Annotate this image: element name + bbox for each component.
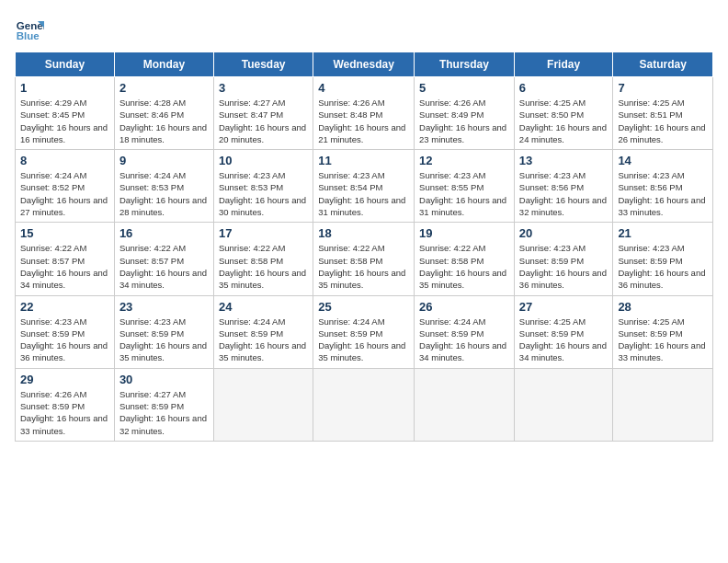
- day-header-thursday: Thursday: [415, 52, 515, 77]
- day-info: Sunrise: 4:23 AM Sunset: 8:59 PM Dayligh…: [119, 316, 209, 364]
- day-cell-15: 15Sunrise: 4:22 AM Sunset: 8:57 PM Dayli…: [16, 223, 115, 295]
- day-header-sunday: Sunday: [16, 52, 115, 77]
- day-info: Sunrise: 4:27 AM Sunset: 8:59 PM Dayligh…: [119, 388, 209, 437]
- day-info: Sunrise: 4:26 AM Sunset: 8:59 PM Dayligh…: [20, 388, 109, 437]
- day-header-friday: Friday: [514, 52, 613, 77]
- day-header-saturday: Saturday: [613, 52, 713, 77]
- day-cell-4: 4Sunrise: 4:26 AM Sunset: 8:48 PM Daylig…: [313, 77, 415, 150]
- day-cell-10: 10Sunrise: 4:23 AM Sunset: 8:53 PM Dayli…: [213, 150, 313, 223]
- day-cell-29: 29Sunrise: 4:26 AM Sunset: 8:59 PM Dayli…: [16, 368, 115, 441]
- day-number: 23: [119, 300, 209, 314]
- day-cell-26: 26Sunrise: 4:24 AM Sunset: 8:59 PM Dayli…: [415, 295, 515, 368]
- day-number: 18: [318, 226, 409, 240]
- day-cell-8: 8Sunrise: 4:24 AM Sunset: 8:52 PM Daylig…: [16, 150, 115, 223]
- day-number: 12: [419, 154, 509, 167]
- day-info: Sunrise: 4:24 AM Sunset: 8:59 PM Dayligh…: [219, 316, 308, 364]
- day-number: 11: [318, 154, 409, 167]
- day-number: 22: [20, 300, 109, 314]
- day-number: 10: [219, 154, 308, 167]
- day-number: 5: [419, 81, 509, 95]
- calendar-week-2: 8Sunrise: 4:24 AM Sunset: 8:52 PM Daylig…: [16, 150, 713, 223]
- day-cell-7: 7Sunrise: 4:25 AM Sunset: 8:51 PM Daylig…: [613, 77, 713, 150]
- day-info: Sunrise: 4:23 AM Sunset: 8:56 PM Dayligh…: [519, 169, 609, 218]
- day-cell-3: 3Sunrise: 4:27 AM Sunset: 8:47 PM Daylig…: [213, 77, 313, 150]
- day-info: Sunrise: 4:27 AM Sunset: 8:47 PM Dayligh…: [219, 97, 308, 145]
- header: General Blue: [15, 15, 713, 44]
- day-info: Sunrise: 4:22 AM Sunset: 8:57 PM Dayligh…: [119, 242, 209, 291]
- day-info: Sunrise: 4:22 AM Sunset: 8:58 PM Dayligh…: [318, 242, 409, 291]
- day-cell-11: 11Sunrise: 4:23 AM Sunset: 8:54 PM Dayli…: [313, 150, 415, 223]
- empty-cell: [313, 368, 415, 441]
- day-cell-5: 5Sunrise: 4:26 AM Sunset: 8:49 PM Daylig…: [415, 77, 515, 150]
- day-number: 8: [20, 154, 109, 167]
- day-info: Sunrise: 4:26 AM Sunset: 8:49 PM Dayligh…: [419, 97, 509, 145]
- day-number: 27: [519, 300, 609, 314]
- day-info: Sunrise: 4:25 AM Sunset: 8:50 PM Dayligh…: [519, 97, 609, 145]
- day-cell-16: 16Sunrise: 4:22 AM Sunset: 8:57 PM Dayli…: [114, 223, 213, 295]
- day-number: 6: [519, 81, 609, 95]
- day-header-wednesday: Wednesday: [313, 52, 415, 77]
- day-info: Sunrise: 4:25 AM Sunset: 8:59 PM Dayligh…: [618, 316, 708, 364]
- svg-text:Blue: Blue: [17, 30, 40, 41]
- day-cell-18: 18Sunrise: 4:22 AM Sunset: 8:58 PM Dayli…: [313, 223, 415, 295]
- day-info: Sunrise: 4:23 AM Sunset: 8:59 PM Dayligh…: [519, 242, 609, 291]
- day-info: Sunrise: 4:26 AM Sunset: 8:48 PM Dayligh…: [318, 97, 409, 145]
- empty-cell: [415, 368, 515, 441]
- day-number: 30: [119, 373, 209, 386]
- day-cell-25: 25Sunrise: 4:24 AM Sunset: 8:59 PM Dayli…: [313, 295, 415, 368]
- calendar-week-1: 1Sunrise: 4:29 AM Sunset: 8:45 PM Daylig…: [16, 77, 713, 150]
- day-cell-9: 9Sunrise: 4:24 AM Sunset: 8:53 PM Daylig…: [114, 150, 213, 223]
- day-info: Sunrise: 4:23 AM Sunset: 8:59 PM Dayligh…: [618, 242, 708, 291]
- empty-cell: [514, 368, 613, 441]
- day-info: Sunrise: 4:23 AM Sunset: 8:56 PM Dayligh…: [618, 169, 708, 218]
- logo: General Blue: [15, 15, 44, 44]
- day-header-monday: Monday: [114, 52, 213, 77]
- day-cell-17: 17Sunrise: 4:22 AM Sunset: 8:58 PM Dayli…: [213, 223, 313, 295]
- empty-cell: [613, 368, 713, 441]
- day-number: 3: [219, 81, 308, 95]
- day-cell-6: 6Sunrise: 4:25 AM Sunset: 8:50 PM Daylig…: [514, 77, 613, 150]
- day-number: 20: [519, 226, 609, 240]
- day-info: Sunrise: 4:22 AM Sunset: 8:57 PM Dayligh…: [20, 242, 109, 291]
- day-number: 28: [618, 300, 708, 314]
- day-cell-21: 21Sunrise: 4:23 AM Sunset: 8:59 PM Dayli…: [613, 223, 713, 295]
- day-cell-28: 28Sunrise: 4:25 AM Sunset: 8:59 PM Dayli…: [613, 295, 713, 368]
- day-info: Sunrise: 4:23 AM Sunset: 8:54 PM Dayligh…: [318, 169, 409, 218]
- day-number: 7: [618, 81, 708, 95]
- day-info: Sunrise: 4:25 AM Sunset: 8:51 PM Dayligh…: [618, 97, 708, 145]
- day-info: Sunrise: 4:29 AM Sunset: 8:45 PM Dayligh…: [20, 97, 109, 145]
- calendar-header-row: SundayMondayTuesdayWednesdayThursdayFrid…: [16, 52, 713, 77]
- day-cell-27: 27Sunrise: 4:25 AM Sunset: 8:59 PM Dayli…: [514, 295, 613, 368]
- day-cell-1: 1Sunrise: 4:29 AM Sunset: 8:45 PM Daylig…: [16, 77, 115, 150]
- day-info: Sunrise: 4:23 AM Sunset: 8:55 PM Dayligh…: [419, 169, 509, 218]
- day-number: 4: [318, 81, 409, 95]
- day-info: Sunrise: 4:24 AM Sunset: 8:52 PM Dayligh…: [20, 169, 109, 218]
- day-number: 9: [119, 154, 209, 167]
- day-cell-24: 24Sunrise: 4:24 AM Sunset: 8:59 PM Dayli…: [213, 295, 313, 368]
- day-number: 19: [419, 226, 509, 240]
- day-number: 15: [20, 226, 109, 240]
- day-header-tuesday: Tuesday: [213, 52, 313, 77]
- calendar-week-4: 22Sunrise: 4:23 AM Sunset: 8:59 PM Dayli…: [16, 295, 713, 368]
- day-cell-2: 2Sunrise: 4:28 AM Sunset: 8:46 PM Daylig…: [114, 77, 213, 150]
- day-number: 25: [318, 300, 409, 314]
- day-info: Sunrise: 4:23 AM Sunset: 8:53 PM Dayligh…: [219, 169, 308, 218]
- day-number: 1: [20, 81, 109, 95]
- day-info: Sunrise: 4:24 AM Sunset: 8:59 PM Dayligh…: [419, 316, 509, 364]
- day-number: 29: [20, 373, 109, 386]
- day-cell-23: 23Sunrise: 4:23 AM Sunset: 8:59 PM Dayli…: [114, 295, 213, 368]
- day-info: Sunrise: 4:22 AM Sunset: 8:58 PM Dayligh…: [219, 242, 308, 291]
- day-info: Sunrise: 4:25 AM Sunset: 8:59 PM Dayligh…: [519, 316, 609, 364]
- day-cell-22: 22Sunrise: 4:23 AM Sunset: 8:59 PM Dayli…: [16, 295, 115, 368]
- day-info: Sunrise: 4:24 AM Sunset: 8:59 PM Dayligh…: [318, 316, 409, 364]
- day-cell-14: 14Sunrise: 4:23 AM Sunset: 8:56 PM Dayli…: [613, 150, 713, 223]
- empty-cell: [213, 368, 313, 441]
- logo-icon: General Blue: [15, 15, 44, 44]
- day-info: Sunrise: 4:22 AM Sunset: 8:58 PM Dayligh…: [419, 242, 509, 291]
- day-number: 2: [119, 81, 209, 95]
- day-number: 16: [119, 226, 209, 240]
- day-number: 26: [419, 300, 509, 314]
- day-cell-30: 30Sunrise: 4:27 AM Sunset: 8:59 PM Dayli…: [114, 368, 213, 441]
- day-info: Sunrise: 4:24 AM Sunset: 8:53 PM Dayligh…: [119, 169, 209, 218]
- day-number: 13: [519, 154, 609, 167]
